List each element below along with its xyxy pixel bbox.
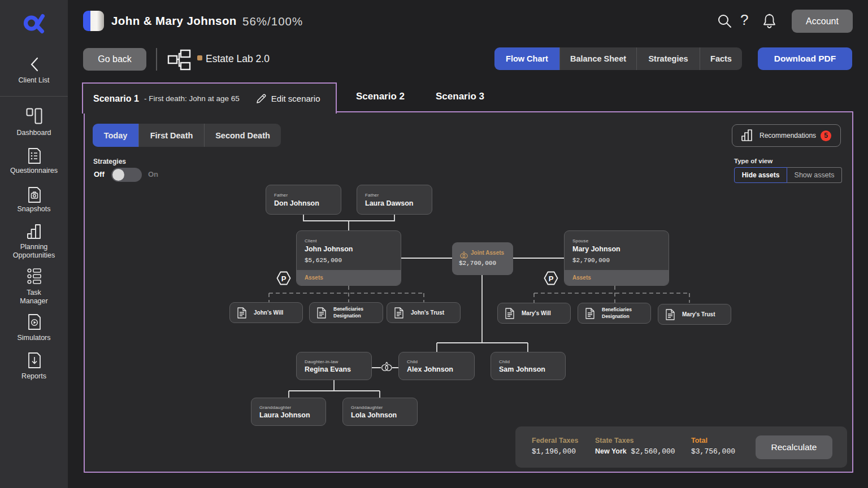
- svg-text:P: P: [549, 274, 554, 283]
- svg-text:P: P: [281, 274, 287, 283]
